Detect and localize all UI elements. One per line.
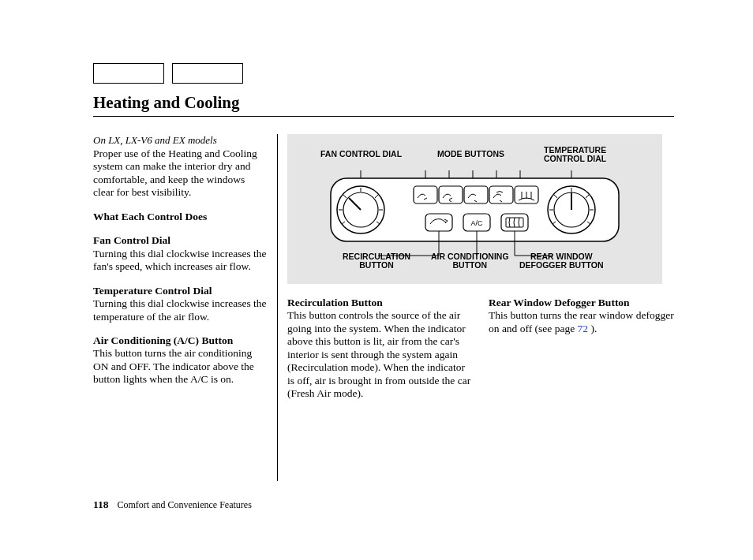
column-divider	[277, 134, 278, 481]
svg-rect-31	[464, 186, 488, 203]
svg-rect-32	[489, 186, 513, 203]
recirc-button-icon	[425, 214, 452, 231]
ac-button-block: Air Conditioning (A/C) Button This butto…	[93, 334, 268, 386]
recirc-body: This button controls the source of the a…	[287, 309, 473, 400]
page-title: Heating and Cooling	[93, 93, 674, 113]
fan-control-body: Turning this dial clockwise increases th…	[93, 248, 268, 274]
label-fan-dial: FAN CONTROL DIAL	[320, 150, 402, 159]
section-heading: What Each Control Does	[93, 211, 268, 223]
placeholder-box-1	[93, 63, 164, 84]
content-columns: On LX, LX-V6 and EX models Proper use of…	[93, 134, 674, 489]
footer-section-title: Comfort and Convenience Features	[118, 499, 252, 510]
ac-button-head: Air Conditioning (A/C) Button	[93, 334, 268, 347]
label-temp-dial: TEMPERATURECONTROL DIAL	[544, 146, 606, 163]
page-footer: 118 Comfort and Convenience Features	[93, 498, 252, 511]
svg-text:A/C: A/C	[470, 219, 483, 227]
right-column: FAN CONTROL DIAL MODE BUTTONS TEMPERATUR…	[287, 134, 674, 401]
recirc-block: Recirculation Button This button control…	[287, 297, 473, 401]
ac-button-body: This button turns the air condi­tioning …	[93, 347, 268, 386]
intro-paragraph: Proper use of the Heating and Cooling sy…	[93, 147, 268, 200]
hvac-panel-illustration: A/C	[299, 170, 650, 265]
temp-control-head: Temperature Control Dial	[93, 285, 268, 297]
rear-defog-body: This button turns the rear window defogg…	[489, 309, 674, 335]
svg-rect-29	[414, 186, 437, 203]
rear-defog-head: Rear Window Defogger Button	[489, 297, 674, 309]
left-column: On LX, LX-V6 and EX models Proper use of…	[93, 134, 277, 398]
rear-defog-block: Rear Window Defogger Button This button …	[489, 297, 674, 401]
fan-control-block: Fan Control Dial Turning this dial clock…	[93, 234, 268, 273]
placeholder-box-2	[172, 63, 243, 84]
top-placeholder-boxes	[93, 63, 674, 84]
hvac-diagram: FAN CONTROL DIAL MODE BUTTONS TEMPERATUR…	[287, 134, 662, 284]
label-mode-buttons: MODE BUTTONS	[437, 150, 504, 159]
recirc-head: Recirculation Button	[287, 297, 473, 309]
fan-control-head: Fan Control Dial	[93, 234, 268, 247]
page: Heating and Cooling On LX, LX-V6 and EX …	[0, 0, 753, 560]
page-number: 118	[93, 498, 109, 510]
temp-control-block: Temperature Control Dial Turning this di…	[93, 285, 268, 323]
rear-defog-button-icon	[501, 214, 528, 231]
temp-control-body: Turning this dial clockwise increases th…	[93, 297, 268, 323]
page-reference-link[interactable]: 72	[578, 323, 589, 334]
svg-rect-30	[439, 186, 463, 203]
right-lower-columns: Recirculation Button This button control…	[287, 297, 674, 401]
mode-buttons-row	[414, 186, 538, 203]
model-note: On LX, LX-V6 and EX models	[93, 134, 268, 147]
title-rule	[93, 116, 674, 117]
